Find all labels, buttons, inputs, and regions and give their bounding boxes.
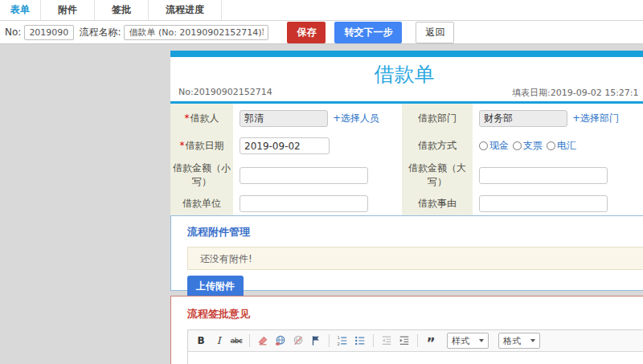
remove-format-icon[interactable] — [256, 334, 269, 347]
loan-method-radios: 现金 支票 电汇 — [479, 139, 576, 153]
italic-icon[interactable]: I — [212, 334, 225, 347]
svg-text:2: 2 — [337, 342, 339, 346]
indent-icon[interactable] — [398, 334, 411, 347]
no-attachments-message: 还没有附件! — [187, 247, 643, 270]
attachments-section-title: 流程附件管理 — [187, 225, 643, 239]
strikethrough-icon[interactable]: abc — [230, 334, 243, 347]
tab-progress[interactable]: 流程进度 — [149, 0, 222, 20]
cheque-radio[interactable] — [513, 141, 522, 150]
forward-next-step-button[interactable]: 转交下一步 — [334, 22, 402, 43]
page-title: 借款单 — [170, 57, 643, 86]
anchor-flag-icon[interactable] — [309, 334, 322, 347]
toolbar-row: No: 流程名称: 保存 转交下一步 返回 — [0, 21, 643, 44]
format-dropdown-label: 格式 — [503, 335, 521, 347]
approval-panel: 流程签批意见 B I abc — [170, 296, 643, 364]
tab-approval[interactable]: 签批 — [95, 0, 149, 20]
save-button[interactable]: 保存 — [287, 22, 326, 43]
amount-big-input[interactable] — [479, 167, 608, 184]
amount-small-label: 借款金额（小写） — [170, 159, 233, 191]
svg-text:1: 1 — [337, 335, 339, 340]
blockquote-icon[interactable]: ” — [424, 334, 437, 347]
loan-form-panel: 借款单 No:20190902152714 填表日期:2019-09-02 15… — [170, 51, 643, 218]
form-row-3: 借款金额（小写） 借款金额（大写） — [170, 159, 643, 191]
borrower-input[interactable] — [240, 110, 328, 127]
upload-attachment-button[interactable]: 上传附件 — [187, 276, 244, 297]
form-row-2: *借款日期 借款方式 现金 支票 电汇 — [170, 133, 643, 159]
department-label: 借款部门 — [402, 104, 473, 133]
department-input[interactable] — [479, 110, 567, 127]
rich-text-editor: B I abc 12 — [187, 329, 643, 364]
back-button[interactable]: 返回 — [416, 22, 454, 43]
tab-bar: 表单 附件 签批 流程进度 — [0, 0, 643, 21]
numbered-list-icon[interactable]: 12 — [336, 334, 349, 347]
wire-transfer-radio[interactable] — [547, 141, 555, 150]
link-icon[interactable] — [274, 334, 287, 347]
loan-reason-label: 借款事由 — [402, 191, 473, 215]
format-dropdown[interactable]: 格式 — [498, 333, 540, 349]
loan-reason-input[interactable] — [479, 195, 608, 212]
approval-section-title: 流程签批意见 — [187, 307, 643, 321]
loan-method-label: 借款方式 — [402, 133, 473, 159]
bulleted-list-icon[interactable] — [354, 334, 367, 347]
chevron-down-icon — [530, 339, 535, 342]
flow-name-label: 流程名称: — [79, 26, 121, 39]
tab-form[interactable]: 表单 — [0, 0, 41, 20]
select-person-link[interactable]: +选择人员 — [333, 112, 379, 125]
form-top-bar — [170, 51, 643, 57]
loan-date-input[interactable] — [240, 137, 330, 154]
no-label: No: — [5, 27, 21, 38]
styles-dropdown-label: 样式 — [452, 335, 469, 347]
styles-dropdown[interactable]: 样式 — [447, 333, 489, 349]
form-row-4: 借款单位 借款事由 — [170, 191, 643, 215]
no-input[interactable] — [24, 25, 74, 40]
tab-attachments[interactable]: 附件 — [41, 0, 95, 20]
loan-date-label: *借款日期 — [170, 133, 233, 159]
chevron-down-icon — [479, 339, 484, 342]
cash-radio[interactable] — [479, 141, 488, 150]
bold-icon[interactable]: B — [195, 334, 207, 347]
editor-toolbar: B I abc 12 — [188, 330, 643, 352]
flow-name-input[interactable] — [124, 25, 268, 40]
borrower-label: *借款人 — [170, 104, 233, 133]
amount-big-label: 借款金额（大写） — [402, 159, 473, 191]
wire-transfer-radio-label: 电汇 — [557, 139, 576, 153]
amount-small-input[interactable] — [240, 167, 368, 184]
toolbar-separator — [373, 334, 374, 347]
required-mark: * — [185, 112, 190, 124]
required-mark: * — [180, 140, 185, 151]
doc-number: No:20190902152714 — [178, 87, 272, 97]
toolbar-separator — [417, 334, 418, 347]
attachments-panel: 流程附件管理 还没有附件! 上传附件 — [170, 215, 643, 291]
screen: 表单 附件 签批 流程进度 No: 流程名称: 保存 转交下一步 返回 借款单 … — [0, 0, 643, 364]
loan-unit-input[interactable] — [240, 195, 368, 212]
form-meta-row: No:20190902152714 填表日期:2019-09-02 15:27:… — [170, 86, 643, 99]
select-department-link[interactable]: +选择部门 — [572, 112, 619, 125]
toolbar-separator — [329, 334, 330, 347]
loan-unit-label: 借款单位 — [170, 191, 233, 215]
editor-content-area[interactable] — [188, 352, 643, 364]
outdent-icon[interactable] — [380, 334, 393, 347]
fill-date: 填表日期:2019-09-02 15:27:1 — [512, 87, 639, 99]
cash-radio-label: 现金 — [489, 139, 509, 153]
cheque-radio-label: 支票 — [523, 139, 543, 153]
form-row-1: *借款人 +选择人员 借款部门 +选择部门 — [170, 104, 643, 133]
toolbar-separator — [249, 334, 250, 347]
unlink-icon[interactable] — [292, 334, 305, 347]
